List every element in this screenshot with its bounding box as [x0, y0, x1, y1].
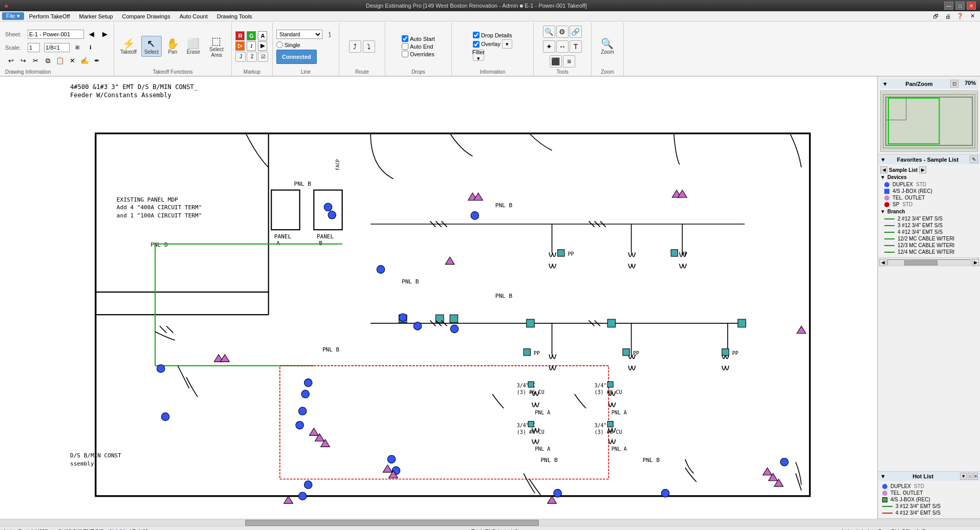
panzoom-minimap[interactable]: [880, 91, 978, 152]
tool5-btn[interactable]: ↔: [556, 40, 569, 53]
paste-btn[interactable]: 📋: [54, 55, 66, 67]
sheet-next-btn[interactable]: ▶: [99, 29, 111, 40]
route-extra-btn[interactable]: ⤵: [363, 40, 375, 53]
line-extra-btn[interactable]: ⟆: [324, 29, 335, 40]
fav-scroll-down[interactable]: ▶: [972, 259, 979, 266]
drawing-info-label: Drawing Information: [5, 69, 51, 75]
markup-slash-btn[interactable]: /: [247, 41, 256, 51]
tool3-btn[interactable]: 🔗: [570, 26, 582, 38]
sign1-btn[interactable]: ✍: [79, 55, 90, 67]
window-restore-button[interactable]: 🗗: [930, 11, 941, 22]
scale-info-btn[interactable]: ℹ: [85, 42, 96, 53]
overrides-check[interactable]: [402, 51, 408, 57]
hot-filter-btn[interactable]: ▼: [960, 473, 967, 480]
overlay-btn[interactable]: ▾: [502, 39, 512, 49]
tool4-btn[interactable]: ✦: [543, 40, 555, 53]
sign2-btn[interactable]: ✒: [91, 55, 102, 67]
filter-btn[interactable]: Filter ▾: [473, 50, 484, 61]
hot-emt3-dash: [882, 506, 892, 507]
line-group: Standard Dashed ⟆ Single Connected Line: [273, 23, 339, 76]
fav-scroll-up[interactable]: ◀: [879, 259, 886, 266]
scale-row: Scale: ⊞ ℹ: [5, 42, 96, 53]
tool8-btn[interactable]: ≡: [563, 55, 575, 68]
minimize-button[interactable]: —: [944, 2, 953, 10]
main-area: 4#500 &1#3 3" EMT D/S B/MIN CONST_ Feede…: [0, 77, 980, 519]
markup-extra2-btn[interactable]: 2: [247, 52, 257, 62]
fav-scroll-track[interactable]: [887, 259, 971, 266]
erase-button[interactable]: ⬜ Erase: [184, 36, 203, 57]
menu-compare-drawings[interactable]: Compare Drawings: [118, 12, 175, 20]
menu-perform-takeoff[interactable]: Perform TakeOff: [25, 12, 74, 20]
copy-btn[interactable]: ⧉: [42, 55, 53, 67]
select-button[interactable]: ↖ Select: [141, 36, 162, 57]
tool7-btn[interactable]: ⬛: [550, 55, 562, 68]
title-controls[interactable]: — □ ✕: [944, 2, 976, 10]
fav-edit-btn[interactable]: ✎: [970, 156, 978, 163]
auto-end-check[interactable]: [402, 43, 408, 50]
undo-btn[interactable]: ↩: [5, 55, 16, 67]
line-single-radio[interactable]: [276, 41, 283, 48]
menu-drawing-tools[interactable]: Drawing Tools: [213, 12, 256, 20]
devices-category: ▼ Devices: [880, 174, 978, 180]
hot-duplex-label: DUPLEX: [890, 483, 911, 489]
select-area-button[interactable]: ⬚ Select Area: [205, 33, 228, 60]
connected-button[interactable]: Connected: [276, 50, 317, 64]
close-button[interactable]: ✕: [967, 2, 976, 10]
panzoom-collapse-icon[interactable]: ▼: [882, 81, 888, 87]
markup-a-btn[interactable]: A: [258, 31, 267, 40]
window-help-button[interactable]: ❓: [954, 11, 966, 22]
hot-sort-btn[interactable]: ↕: [968, 473, 972, 480]
fav-scroll-right[interactable]: ▶: [919, 166, 926, 173]
takeoff-button[interactable]: ⚡ Takeoff: [117, 36, 140, 57]
title-left: ●: [4, 2, 8, 10]
markup-orange-btn[interactable]: ▷: [235, 41, 245, 51]
sheet-input[interactable]: [28, 30, 84, 39]
hot-collapse-icon[interactable]: ▼: [880, 473, 886, 479]
markup-play-btn[interactable]: ▶: [258, 41, 267, 51]
sheet-prev-btn[interactable]: ◀: [86, 29, 97, 40]
h-scroll-thumb[interactable]: [245, 520, 539, 526]
cut-btn[interactable]: ✂: [30, 55, 41, 67]
fav-collapse-icon[interactable]: ▼: [880, 157, 886, 163]
redo-btn[interactable]: ↪: [17, 55, 29, 67]
tool6-btn[interactable]: T: [570, 40, 582, 53]
tool2-btn[interactable]: ⚙: [556, 26, 569, 38]
fav-sp: SP STD: [880, 201, 978, 208]
menu-auto-count[interactable]: Auto Count: [176, 12, 212, 20]
branch-arrow[interactable]: ▼: [880, 209, 885, 214]
delete-btn[interactable]: ✕: [67, 55, 78, 67]
window-print-button[interactable]: 🖨: [942, 11, 953, 22]
route-group: ⤴ ⤵ Route: [339, 23, 385, 76]
markup-green-btn[interactable]: G: [247, 31, 256, 40]
markup-extra1-btn[interactable]: J: [235, 52, 246, 62]
route-path-btn[interactable]: ⤴: [349, 40, 361, 53]
markup-extra3-btn[interactable]: ☑: [258, 52, 268, 62]
scale-input[interactable]: [28, 43, 40, 52]
zoom-button[interactable]: 🔍 Zoom: [595, 36, 620, 57]
menu-marker-setup[interactable]: Marker Setup: [75, 12, 117, 20]
hot-extra-btn[interactable]: ≡: [973, 473, 978, 480]
tool1-btn[interactable]: 🔍: [543, 26, 555, 38]
fav-branch6: 12/4 MC CABLE W/TERI: [880, 249, 978, 255]
fav-scroll-left[interactable]: ◀: [880, 166, 887, 173]
panel-a-label: PANEL: [274, 233, 292, 240]
pan-button[interactable]: ✋ Pan: [163, 36, 182, 57]
panzoom-fit-btn[interactable]: ⊡: [950, 80, 959, 87]
markup-red-btn[interactable]: R: [235, 31, 245, 40]
devices-arrow[interactable]: ▼: [880, 174, 885, 180]
drawing-canvas[interactable]: 4#500 &1#3 3" EMT D/S B/MIN CONST_ Feede…: [0, 77, 878, 519]
menu-file[interactable]: File ▾: [2, 12, 24, 20]
annotation1-text: 4#500 &1#3 3" EMT D/S B/MIN CONST_: [70, 83, 198, 91]
drop-details-check[interactable]: [473, 32, 480, 38]
scale-ratio-input[interactable]: [44, 43, 70, 52]
information-label: Information: [480, 69, 505, 75]
scale-set-btn[interactable]: ⊞: [72, 42, 83, 53]
window-close-button[interactable]: ✕: [967, 11, 978, 22]
overlay-check[interactable]: [473, 41, 480, 48]
line-style-select[interactable]: Standard Dashed: [276, 30, 322, 39]
tools-label: Tools: [556, 69, 568, 75]
auto-start-check[interactable]: [402, 35, 408, 42]
maximize-button[interactable]: □: [955, 2, 965, 10]
h-scrollbar[interactable]: [0, 519, 980, 526]
fav-branch2: 3 #12 3/4" EMT S/S: [880, 222, 978, 229]
